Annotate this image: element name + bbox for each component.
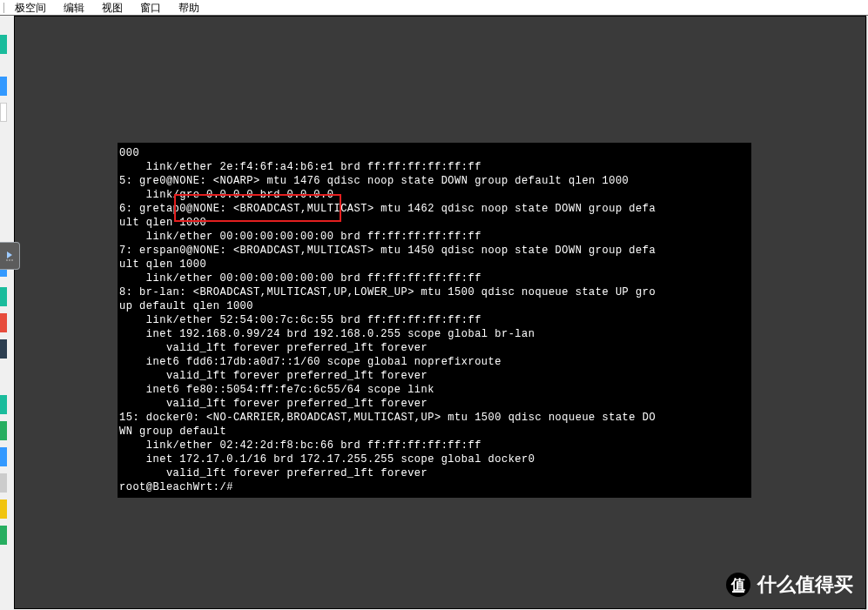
svg-point-2	[9, 259, 10, 261]
terminal-line: ult qlen 1000	[119, 216, 750, 230]
watermark-badge-icon: 值	[726, 573, 750, 597]
terminal-line: link/ether 02:42:2d:f8:bc:66 brd ff:ff:f…	[119, 439, 750, 452]
svg-point-1	[6, 259, 8, 261]
terminal-line: inet 192.168.0.99/24 brd 192.168.0.255 s…	[119, 327, 750, 341]
docked-side-tab[interactable]	[0, 242, 20, 270]
terminal-line: inet 172.17.0.1/16 brd 172.17.255.255 sc…	[119, 452, 750, 466]
rail-block	[0, 473, 7, 493]
rail-block	[0, 526, 7, 545]
rail-block	[0, 447, 7, 466]
rail-block	[0, 287, 7, 306]
terminal-line: 5: gre0@NONE: <NOARP> mtu 1476 qdisc noo…	[119, 174, 750, 188]
menubar-divider	[3, 3, 4, 13]
rail-block	[0, 395, 7, 414]
terminal-line: valid_lft forever preferred_lft forever	[119, 397, 750, 411]
terminal-line: link/ether 52:54:00:7c:6c:55 brd ff:ff:f…	[119, 313, 750, 327]
svg-marker-0	[7, 251, 12, 258]
rail-block	[0, 339, 7, 359]
terminal-line: link/ether 2e:f4:6f:a4:b6:e1 brd ff:ff:f…	[119, 160, 750, 174]
terminal-line: WN group default	[119, 425, 750, 439]
rail-block	[0, 103, 7, 122]
menu-item-help[interactable]: 帮助	[170, 1, 208, 15]
menubar: 极空间 编辑 视图 窗口 帮助	[0, 0, 868, 16]
terminal-line: inet6 fe80::5054:ff:fe7c:6c55/64 scope l…	[119, 383, 750, 397]
app-window: 000 link/ether 2e:f4:6f:a4:b6:e1 brd ff:…	[14, 16, 866, 609]
svg-point-3	[11, 259, 13, 261]
rail-block	[0, 313, 7, 332]
rail-block	[0, 77, 7, 96]
terminal-line: link/gre 0.0.0.0 brd 0.0.0.0	[119, 188, 750, 202]
terminal-output[interactable]: 000 link/ether 2e:f4:6f:a4:b6:e1 brd ff:…	[118, 143, 751, 498]
menu-item-edit[interactable]: 编辑	[55, 1, 93, 15]
menu-item-view[interactable]: 视图	[93, 1, 131, 15]
terminal-line: 15: docker0: <NO-CARRIER,BROADCAST,MULTI…	[119, 411, 750, 425]
left-background-rail	[0, 16, 7, 610]
terminal-line: ult qlen 1000	[119, 258, 750, 271]
terminal-line: 6: gretap0@NONE: <BROADCAST,MULTICAST> m…	[119, 202, 750, 216]
terminal-line: valid_lft forever preferred_lft forever	[119, 466, 750, 480]
watermark: 值 什么值得买	[726, 572, 853, 598]
terminal-line: link/ether 00:00:00:00:00:00 brd ff:ff:f…	[119, 271, 750, 285]
terminal-line: root@BleachWrt:/#	[119, 480, 750, 494]
menu-item-window[interactable]: 窗口	[131, 1, 170, 15]
terminal-line: up default qlen 1000	[119, 299, 750, 313]
rail-block	[0, 35, 7, 54]
terminal-line: valid_lft forever preferred_lft forever	[119, 369, 750, 383]
rail-block	[0, 421, 7, 440]
terminal-line: link/ether 00:00:00:00:00:00 brd ff:ff:f…	[119, 230, 750, 244]
watermark-text: 什么值得买	[757, 572, 853, 598]
terminal-line: 000	[119, 146, 750, 160]
terminal-line: 7: erspan0@NONE: <BROADCAST,MULTICAST> m…	[119, 244, 750, 258]
menu-item-app[interactable]: 极空间	[6, 1, 55, 15]
rail-block	[0, 499, 7, 519]
terminal-line: inet6 fdd6:17db:a0d7::1/60 scope global …	[119, 355, 750, 369]
terminal-line: valid_lft forever preferred_lft forever	[119, 341, 750, 355]
play-dots-icon	[4, 250, 15, 262]
terminal-line: 8: br-lan: <BROADCAST,MULTICAST,UP,LOWER…	[119, 285, 750, 299]
